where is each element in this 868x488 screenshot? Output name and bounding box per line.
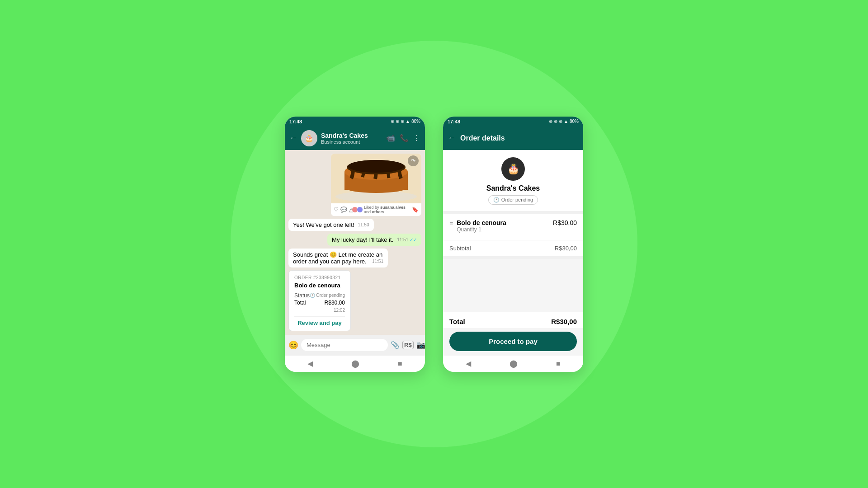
status-time-chat: 17:48 (289, 119, 302, 124)
order-details-header: ← Order details (443, 127, 583, 150)
message-time-2: 11:51 (372, 259, 383, 264)
order-details-title: Order details (460, 134, 505, 142)
instagram-icon: ⊕ (396, 119, 399, 124)
total-label-detail: Total (449, 318, 465, 325)
review-pay-button[interactable]: Review and pay (294, 316, 345, 326)
emoji-button[interactable]: 😊 (288, 340, 298, 350)
chat-name: Sandra's Cakes (321, 132, 382, 139)
item-info: Bolo de cenoura Quantity 1 (457, 219, 549, 233)
item-price: R$30,00 (553, 219, 577, 226)
nav-home-chat[interactable]: ⬤ (351, 359, 359, 368)
bookmark-icon[interactable]: 🔖 (412, 206, 419, 213)
chat-header: ← 🎂 Sandra's Cakes Business account 📹 📞 … (285, 127, 425, 150)
order-back-button[interactable]: ← (448, 133, 456, 143)
phone-order-details: 17:48 ⊕ ⊕ ⊕ ▲ 80% ← Order details 🎂 Sand… (443, 117, 583, 372)
message-received-2: Sounds great 😊 Let me create an order an… (288, 249, 388, 267)
message-input[interactable] (301, 339, 388, 351)
message-text-2: Sounds great 😊 Let me create an order an… (293, 251, 382, 265)
nav-back-order[interactable]: ◀ (466, 359, 471, 368)
total-value-detail: R$30,00 (551, 318, 577, 325)
instagram-icon-2: ⊕ (554, 119, 557, 124)
liked-row: Liked by susana.alves and others (353, 205, 412, 214)
call-icon[interactable]: 📞 (400, 134, 409, 142)
liked-text: Liked by susana.alves and others (364, 205, 412, 214)
chat-actions: 📹 📞 ⋮ (386, 134, 420, 142)
total-section: Total R$30,00 (443, 312, 583, 328)
liked-avatars (353, 206, 363, 213)
cake-image-bubble: ↷ ♡ 💬 △ Liked by susana.alves and others (331, 154, 421, 216)
status-bar-order: 17:48 ⊕ ⊕ ⊕ ▲ 80% (443, 117, 583, 127)
chat-area: ↷ ♡ 💬 △ Liked by susana.alves and others (285, 150, 425, 335)
nav-back-chat[interactable]: ◀ (307, 359, 313, 368)
nav-square-chat[interactable]: ■ (398, 360, 402, 368)
subtotal-section: Subtotal R$30,00 (443, 240, 583, 259)
order-details-body: 🎂 Sandra's Cakes 🕐 Order pending ≡ Bolo … (443, 150, 583, 356)
subtotal-label: Subtotal (449, 245, 471, 252)
avatar-2 (357, 206, 363, 213)
nav-bar-order: ◀ ⬤ ■ (443, 356, 583, 372)
order-item-name: Bolo de cenoura (294, 282, 345, 289)
reaction-icons: ♡ 💬 △ (334, 206, 353, 213)
clock-icon-2: 🕐 (493, 197, 500, 203)
phones-container: 17:48 ⊕ ⊕ ⊕ ▲ 80% ← 🎂 Sandra's Cakes Bus… (285, 117, 583, 372)
attach-icons: 📎 R$ 📷 (391, 341, 425, 349)
order-status-pill: 🕐 Order pending (488, 195, 538, 205)
battery-chat: 80% (411, 119, 420, 124)
message-text-1: Yes! We've got one left! (293, 221, 354, 228)
chat-back-button[interactable]: ← (289, 133, 297, 143)
message-time-sent: 11:51 ✓✓ (397, 237, 417, 242)
merchant-section: 🎂 Sandra's Cakes 🕐 Order pending (443, 150, 583, 214)
total-label-card: Total (294, 300, 306, 306)
payment-icon[interactable]: R$ (402, 341, 414, 349)
whatsapp-icon-2: ⊕ (549, 119, 552, 124)
item-name-detail: Bolo de cenoura (457, 219, 549, 226)
order-item-row: ≡ Bolo de cenoura Quantity 1 R$30,00 (449, 219, 577, 233)
order-total-row: Total R$30,00 (294, 300, 345, 306)
order-status-value: 🕐 Order pending (310, 292, 345, 299)
status-icons-chat: ⊕ ⊕ ⊕ ▲ 80% (391, 119, 420, 124)
svg-point-6 (348, 160, 404, 173)
cake-reactions: ♡ 💬 △ Liked by susana.alves and others 🔖 (331, 203, 421, 216)
video-icon[interactable]: 📹 (386, 134, 395, 142)
nav-bar-chat: ◀ ⬤ ■ (285, 356, 425, 372)
forward-icon[interactable]: ↷ (408, 155, 419, 166)
merchant-name: Sandra's Cakes (486, 184, 540, 192)
order-time: 12:02 (294, 308, 345, 313)
total-value-card: R$30,00 (325, 300, 345, 306)
phone-chat: 17:48 ⊕ ⊕ ⊕ ▲ 80% ← 🎂 Sandra's Cakes Bus… (285, 117, 425, 372)
chat-avatar: 🎂 (301, 130, 317, 146)
message-sent-1: My lucky day! I'll take it. 11:51 ✓✓ (327, 234, 421, 246)
message-received-1: Yes! We've got one left! 11:50 (288, 219, 374, 231)
battery-order: 80% (570, 119, 579, 124)
status-label: Status (294, 292, 310, 299)
order-items-section: ≡ Bolo de cenoura Quantity 1 R$30,00 (443, 214, 583, 240)
chat-info: Sandra's Cakes Business account (321, 132, 382, 145)
message-time-1: 11:50 (358, 222, 369, 227)
paperclip-icon[interactable]: 📎 (391, 341, 400, 349)
order-number: ORDER #238990321 (294, 275, 345, 280)
comment-icon[interactable]: 💬 (340, 206, 347, 213)
proceed-to-pay-button[interactable]: Proceed to pay (449, 332, 577, 351)
heart-icon[interactable]: ♡ (334, 206, 339, 213)
more-icon[interactable]: ⋮ (413, 134, 420, 142)
subtotal-value: R$30,00 (555, 245, 577, 252)
item-quantity: Quantity 1 (457, 226, 549, 233)
clock-icon: 🕐 (310, 293, 315, 298)
tick-icon: ✓✓ (410, 237, 417, 242)
order-spacer (443, 259, 583, 312)
nav-home-order[interactable]: ⬤ (509, 359, 518, 368)
signal-icon-2: ▲ (564, 119, 568, 124)
status-bar-chat: 17:48 ⊕ ⊕ ⊕ ▲ 80% (285, 117, 425, 127)
signal-icon: ▲ (406, 119, 410, 124)
order-card: ORDER #238990321 Bolo de cenoura Status … (288, 270, 351, 331)
order-status-text: Order pending (501, 197, 533, 202)
whatsapp-icon: ⊕ (391, 119, 394, 124)
input-bar: 😊 📎 R$ 📷 🎤 (285, 335, 425, 356)
message-text-sent: My lucky day! I'll take it. (332, 236, 393, 243)
order-status-row: Status 🕐 Order pending (294, 292, 345, 299)
nav-square-order[interactable]: ■ (556, 360, 561, 368)
status-icons-order: ⊕ ⊕ ⊕ ▲ 80% (549, 119, 579, 124)
camera-icon[interactable]: 📷 (416, 341, 425, 349)
merchant-avatar: 🎂 (501, 157, 525, 181)
chat-subtitle: Business account (321, 139, 382, 145)
